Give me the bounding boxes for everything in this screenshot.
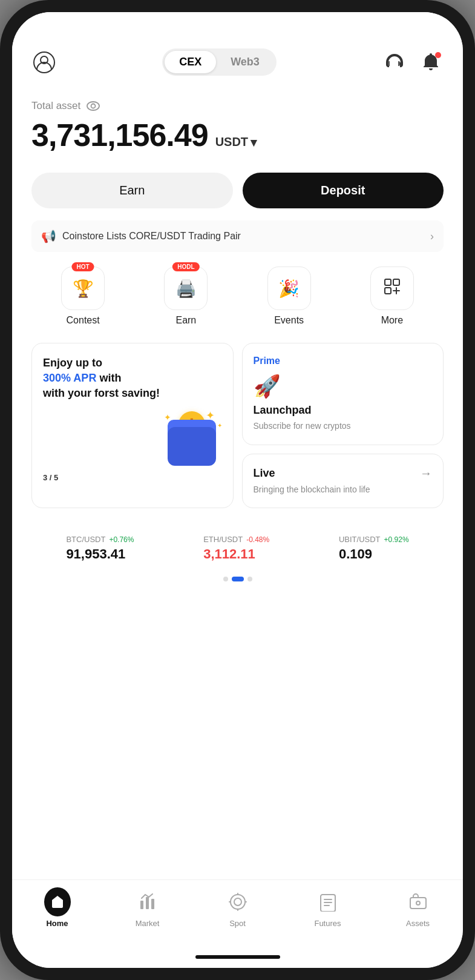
bitcoin-wallet-illustration: ✦ ✦ ✦ ₿ [162, 411, 222, 466]
nav-spot[interactable]: Spot [214, 889, 262, 928]
launchpad-subtitle: Subscribe for new cryptos [254, 420, 433, 432]
events-icon-container: 🎉 [267, 267, 311, 310]
header-right [382, 50, 444, 75]
live-arrow-icon: → [420, 466, 432, 480]
ticker-btc[interactable]: BTC/USDT +0.76% 91,953.41 [66, 535, 134, 562]
announcement-icon: 📢 [41, 229, 56, 243]
ubit-change: +0.92% [384, 535, 409, 544]
earn-card-page-indicator: 3 / 5 [43, 473, 222, 482]
svg-rect-4 [385, 279, 391, 285]
announcement-banner[interactable]: 📢 Coinstore Lists CORE/USDT Trading Pair… [31, 220, 444, 252]
home-nav-label: Home [46, 919, 68, 928]
tab-switcher: CEX Web3 [162, 48, 277, 76]
profile-icon[interactable] [31, 50, 57, 75]
contest-label: Contest [67, 315, 100, 326]
btc-pair: BTC/USDT [66, 535, 105, 544]
spot-nav-label: Spot [229, 919, 246, 928]
home-bar-indicator [195, 955, 280, 959]
header: CEX Web3 [12, 42, 463, 88]
svg-point-11 [234, 898, 241, 906]
svg-point-3 [91, 104, 96, 108]
earn-icon: 🖨️ [175, 279, 197, 299]
market-icon [134, 889, 161, 915]
action-buttons: Earn Deposit [31, 173, 444, 208]
support-icon[interactable] [382, 50, 407, 75]
quick-actions: HOT 🏆 Contest HODL 🖨️ Earn 🎉 [31, 267, 444, 326]
earn-title-with: with [99, 372, 121, 384]
nav-assets[interactable]: Assets [394, 889, 442, 928]
notification-dot [435, 52, 441, 58]
eye-icon[interactable] [87, 101, 100, 111]
live-card-header: Live → [254, 466, 433, 480]
status-bar [12, 12, 463, 42]
deposit-button[interactable]: Deposit [243, 173, 444, 208]
more-icon [382, 277, 402, 300]
live-title: Live [254, 467, 275, 480]
launchpad-icon: 🚀 [254, 374, 433, 399]
phone-screen: CEX Web3 [12, 12, 463, 968]
total-asset-label: Total asset [31, 100, 444, 112]
amount-currency[interactable]: USDT ▾ [215, 135, 257, 150]
svg-rect-7 [140, 901, 143, 909]
assets-icon [405, 889, 431, 915]
eth-change: -0.48% [246, 535, 269, 544]
earn-apr-highlight: 300% APR [43, 372, 96, 384]
svg-rect-9 [151, 899, 154, 909]
nav-market[interactable]: Market [123, 889, 172, 928]
quick-action-events[interactable]: 🎉 Events [267, 267, 311, 326]
wallet-body [168, 427, 216, 466]
futures-nav-label: Futures [314, 919, 341, 928]
market-nav-label: Market [136, 919, 160, 928]
contest-badge: HOT [72, 262, 94, 271]
assets-nav-label: Assets [406, 919, 430, 928]
earn-button[interactable]: Earn [31, 173, 233, 208]
quick-action-more[interactable]: More [370, 267, 414, 326]
ubit-pair: UBIT/USDT [339, 535, 381, 544]
ticker-ubit[interactable]: UBIT/USDT +0.92% 0.109 [339, 535, 409, 562]
svg-point-14 [416, 901, 420, 905]
svg-point-2 [87, 102, 99, 110]
svg-rect-5 [393, 279, 399, 285]
quick-action-contest[interactable]: HOT 🏆 Contest [61, 267, 105, 326]
phone-frame: CEX Web3 [0, 0, 475, 980]
ubit-price: 0.109 [339, 546, 409, 562]
dot-1 [223, 577, 228, 581]
earn-title-line1: Enjoy up to [43, 357, 102, 369]
svg-rect-13 [410, 898, 426, 909]
total-asset-section: Total asset 3,731,156.49 USDT ▾ [31, 88, 444, 163]
currency-dropdown-icon: ▾ [251, 135, 257, 150]
svg-point-10 [231, 895, 245, 909]
more-label: More [381, 315, 403, 326]
announcement-content: 📢 Coinstore Lists CORE/USDT Trading Pair [41, 229, 241, 243]
eth-pair: ETH/USDT [203, 535, 243, 544]
notification-icon[interactable] [418, 50, 444, 75]
svg-rect-6 [385, 288, 391, 294]
feature-cards: Enjoy up to 300% APR with with your fors… [31, 343, 444, 508]
home-icon-circle [44, 887, 71, 916]
home-icon [44, 889, 71, 915]
events-label: Events [274, 315, 304, 326]
events-icon: 🎉 [278, 279, 300, 299]
spot-icon [224, 889, 251, 915]
quick-action-earn[interactable]: HODL 🖨️ Earn [164, 267, 208, 326]
currency-label: USDT [215, 135, 248, 149]
futures-icon [315, 889, 341, 915]
launchpad-card[interactable]: Prime 🚀 Launchpad Subscribe for new cryp… [242, 343, 444, 445]
nav-futures[interactable]: Futures [304, 889, 352, 928]
announcement-text: Coinstore Lists CORE/USDT Trading Pair [62, 231, 241, 242]
tab-web3[interactable]: Web3 [216, 51, 274, 73]
live-card[interactable]: Live → Bringing the blockchain into life [242, 454, 444, 509]
nav-home[interactable]: Home [33, 889, 82, 928]
ticker-eth[interactable]: ETH/USDT -0.48% 3,112.11 [203, 535, 269, 562]
announcement-arrow-icon: › [430, 230, 434, 243]
btc-change: +0.76% [109, 535, 134, 544]
page-separator: / [50, 473, 52, 482]
earn-label: Earn [175, 315, 196, 326]
header-left [31, 50, 57, 75]
earn-badge: HODL [172, 262, 199, 271]
home-bar [12, 946, 463, 968]
earn-card[interactable]: Enjoy up to 300% APR with with your fors… [31, 343, 234, 508]
eth-price: 3,112.11 [203, 546, 269, 562]
tab-cex[interactable]: CEX [165, 51, 216, 73]
pagination-dots [31, 577, 444, 581]
